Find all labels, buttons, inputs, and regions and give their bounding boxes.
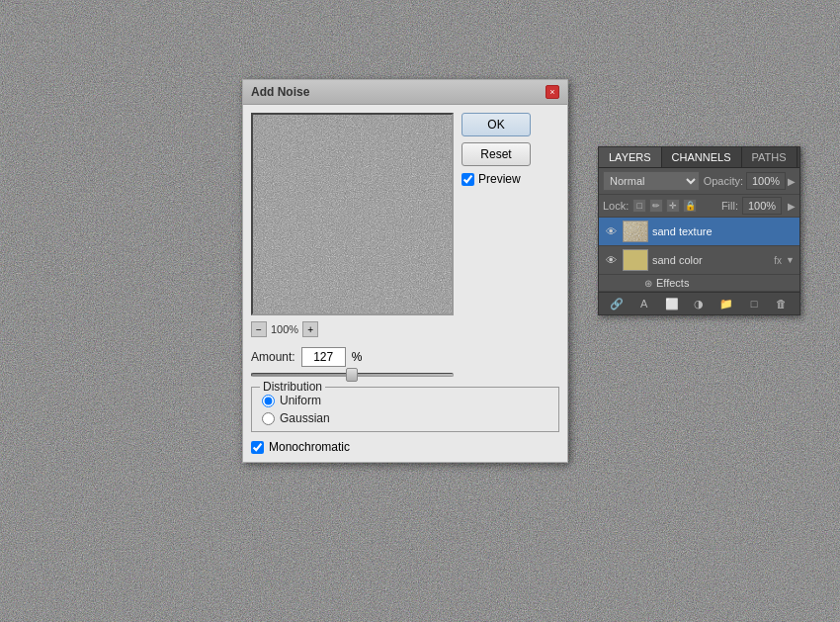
- tab-channels[interactable]: CHANNELS: [662, 147, 742, 167]
- preview-label: Preview: [478, 172, 521, 186]
- lock-row: Lock: □ ✏ ✛ 🔒 Fill: ▶: [599, 195, 799, 218]
- lock-position-icon[interactable]: ✛: [666, 199, 680, 213]
- expand-effects-button[interactable]: ▼: [786, 255, 796, 265]
- preview-checkbox-row: Preview: [462, 172, 521, 186]
- fx-icon-sand-color: fx: [774, 255, 782, 266]
- dialog-body: OK Reset Preview − 100% + Amount: %: [243, 105, 567, 462]
- svg-rect-1: [253, 115, 454, 315]
- opacity-row: Opacity: ▶: [704, 172, 796, 190]
- dialog-close-button[interactable]: ×: [546, 85, 559, 99]
- blend-mode-select[interactable]: Normal Dissolve Multiply Screen Overlay: [603, 171, 700, 191]
- gaussian-radio[interactable]: [262, 412, 275, 425]
- zoom-in-button[interactable]: +: [302, 321, 318, 337]
- folder-icon[interactable]: 📁: [717, 296, 735, 311]
- reset-button[interactable]: Reset: [462, 142, 531, 166]
- preview-canvas: [251, 113, 454, 315]
- opacity-input[interactable]: [746, 172, 786, 190]
- layer-thumb-sand-color: [623, 249, 648, 271]
- link-layers-icon[interactable]: 🔗: [608, 296, 626, 311]
- visibility-icon-sand-color[interactable]: 👁: [603, 253, 619, 267]
- dialog-titlebar: Add Noise ×: [243, 80, 567, 105]
- dialog-title: Add Noise: [251, 85, 309, 99]
- panel-grip: ≡: [798, 148, 815, 167]
- amount-row: Amount: %: [251, 347, 559, 367]
- layer-sand-color[interactable]: 👁 sand color fx ▼: [599, 246, 799, 275]
- preview-checkbox[interactable]: [462, 173, 474, 186]
- tab-paths[interactable]: PATHS: [742, 147, 798, 167]
- monochromatic-label: Monochromatic: [269, 440, 350, 454]
- lock-pixels-icon[interactable]: ✏: [649, 199, 663, 213]
- fill-arrow[interactable]: ▶: [788, 201, 796, 212]
- distribution-group: Distribution Uniform Gaussian: [251, 387, 559, 432]
- layer-name-sand-color: sand color: [652, 254, 770, 266]
- zoom-level: 100%: [271, 323, 298, 335]
- effects-label: Effects: [656, 277, 689, 289]
- monochromatic-row: Monochromatic: [251, 440, 559, 454]
- uniform-label: Uniform: [280, 394, 321, 407]
- uniform-radio[interactable]: [262, 395, 275, 407]
- tab-layers[interactable]: LAYERS: [599, 147, 662, 167]
- uniform-radio-row: Uniform: [262, 394, 548, 407]
- fill-input[interactable]: [742, 197, 782, 215]
- opacity-label: Opacity:: [704, 175, 743, 187]
- effects-row[interactable]: ⊛ Effects: [599, 275, 799, 292]
- layer-sand-texture[interactable]: 👁 sand texture: [599, 218, 799, 246]
- amount-input[interactable]: [301, 347, 346, 367]
- blend-opacity-row: Normal Dissolve Multiply Screen Overlay …: [599, 168, 799, 195]
- zoom-controls: − 100% +: [251, 321, 559, 337]
- amount-label: Amount:: [251, 350, 295, 364]
- layers-panel: LAYERS CHANNELS PATHS ≡ Normal Dissolve …: [598, 146, 800, 315]
- layer-name-sand-texture: sand texture: [652, 225, 796, 237]
- panel-header: LAYERS CHANNELS PATHS ≡: [599, 147, 799, 168]
- add-style-icon[interactable]: A: [635, 296, 653, 311]
- monochromatic-checkbox[interactable]: [251, 441, 264, 454]
- new-layer-icon[interactable]: □: [745, 296, 763, 311]
- panel-toolbar: 🔗 A ⬜ ◑ 📁 □ 🗑: [599, 292, 799, 314]
- distribution-legend: Distribution: [260, 380, 325, 394]
- visibility-icon-sand-texture[interactable]: 👁: [603, 224, 619, 238]
- adjustment-icon[interactable]: ◑: [690, 296, 708, 311]
- preview-sidebar: OK Reset Preview: [462, 113, 531, 186]
- svg-rect-2: [624, 222, 648, 242]
- layer-thumb-sand-texture: [623, 221, 648, 242]
- lock-transparent-icon[interactable]: □: [632, 199, 646, 213]
- gaussian-label: Gaussian: [280, 411, 330, 425]
- mask-icon[interactable]: ⬜: [663, 296, 681, 311]
- percent-label: %: [352, 350, 363, 364]
- lock-icons: □ ✏ ✛ 🔒: [632, 199, 697, 213]
- lock-label: Lock:: [603, 200, 629, 212]
- amount-slider-track[interactable]: [251, 373, 454, 377]
- gaussian-radio-row: Gaussian: [262, 411, 548, 425]
- fill-label: Fill:: [721, 200, 738, 212]
- effects-icon: ⊛: [644, 278, 652, 289]
- slider-row: [251, 373, 559, 377]
- ok-button[interactable]: OK: [462, 113, 531, 136]
- amount-slider-thumb[interactable]: [346, 368, 358, 382]
- opacity-arrow[interactable]: ▶: [788, 176, 796, 187]
- delete-layer-icon[interactable]: 🗑: [773, 296, 791, 311]
- add-noise-dialog: Add Noise × OK Reset Preview: [242, 79, 568, 463]
- preview-area: OK Reset Preview: [251, 113, 559, 315]
- lock-all-icon[interactable]: 🔒: [683, 199, 697, 213]
- zoom-out-button[interactable]: −: [251, 321, 267, 337]
